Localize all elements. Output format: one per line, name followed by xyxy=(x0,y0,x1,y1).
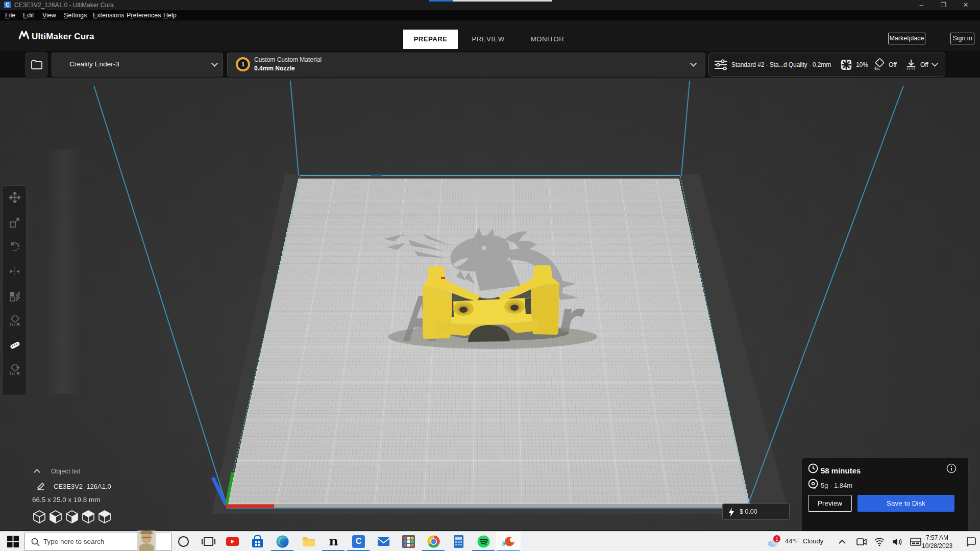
close-button[interactable]: ✕ xyxy=(958,0,973,10)
view-orientation-buttons[interactable] xyxy=(32,510,114,524)
extruder-badge: 1 xyxy=(236,57,250,71)
save-to-disk-button[interactable]: Save to Disk xyxy=(857,495,954,512)
preview-button[interactable]: Preview xyxy=(808,495,852,512)
ultimaker-logo-icon xyxy=(18,30,30,41)
menu-preferences[interactable]: Preferences xyxy=(127,10,161,20)
print-time: 58 minutes xyxy=(821,466,861,475)
menu-extensions[interactable]: Extensions xyxy=(93,10,124,20)
tab-prepare[interactable]: PREPARE xyxy=(403,30,458,49)
object-list-panel: Object list CE3E3V2_126A1.0 66.5 x 25.0 … xyxy=(0,78,214,531)
menu-help[interactable]: Help xyxy=(163,10,177,20)
profile-name: Standard #2 - Sta...d Quality - 0.2mm xyxy=(731,61,831,68)
wifi-icon[interactable] xyxy=(874,537,885,546)
app-name: UltiMaker Cura xyxy=(32,32,94,42)
weather-icon[interactable]: 1 xyxy=(766,535,781,548)
svg-text:1: 1 xyxy=(775,536,778,542)
tray-clock[interactable]: 7:57 AM10/28/2023 xyxy=(922,534,952,550)
search-icon xyxy=(31,538,40,546)
build-volume-edges xyxy=(94,81,903,504)
start-button[interactable] xyxy=(6,535,20,548)
task-view-icon[interactable] xyxy=(202,535,215,548)
infill-value: 10% xyxy=(856,61,868,68)
tray-chevron-icon[interactable] xyxy=(838,539,846,545)
menu-settings[interactable]: Settings xyxy=(64,10,87,20)
clock-icon xyxy=(808,463,818,473)
menu-edit[interactable]: Edit xyxy=(23,10,34,20)
adhesion-icon xyxy=(905,58,917,71)
mail-icon[interactable] xyxy=(377,535,390,548)
background-window-strip2 xyxy=(453,0,552,2)
tab-preview[interactable]: PREVIEW xyxy=(461,30,516,49)
spool-icon xyxy=(808,479,818,489)
volume-icon[interactable] xyxy=(892,537,902,546)
material-selector[interactable]: 1 Custom Custom Material 0.4mm Nozzle xyxy=(227,53,705,77)
chevron-down-icon xyxy=(690,60,697,67)
cura-app-icon[interactable] xyxy=(502,535,516,548)
avatar[interactable] xyxy=(137,531,156,551)
cortana-icon[interactable] xyxy=(177,535,190,548)
search-placeholder: Type here to search xyxy=(43,538,104,545)
cost-value: $ 0.00 xyxy=(740,508,757,515)
notepad-icon[interactable]: n xyxy=(327,535,340,548)
cost-box: $ 0.00 xyxy=(722,504,790,520)
youtube-icon[interactable] xyxy=(226,535,239,548)
search-input[interactable]: Type here to search xyxy=(24,533,172,550)
printer-name: Creality Ender-3 xyxy=(69,60,119,68)
sign-in-button[interactable]: Sign in xyxy=(950,33,974,44)
minimize-button[interactable]: – xyxy=(914,0,929,10)
weather-status[interactable]: 44°F Cloudy xyxy=(785,537,823,545)
folder-icon xyxy=(31,60,42,69)
adhesion-value: Off xyxy=(920,61,928,68)
print-stats-panel: 58 minutes 5g · 1.84m Preview Save to Di… xyxy=(802,458,968,531)
meet-now-icon[interactable] xyxy=(856,537,867,547)
support-icon xyxy=(873,58,886,71)
chrome-icon[interactable] xyxy=(427,535,440,548)
nozzle-size: 0.4mm Nozzle xyxy=(254,65,295,72)
cura-file-icon[interactable]: C xyxy=(352,535,365,548)
tinkercad-icon[interactable] xyxy=(402,535,415,548)
config-bar: Creality Ender-3 1 Custom Custom Materia… xyxy=(0,51,980,78)
printer-selector[interactable]: Creality Ender-3 xyxy=(52,53,223,77)
object-item-name[interactable]: CE3E3V2_126A1.0 xyxy=(54,483,111,490)
infill-icon xyxy=(841,59,852,70)
touch-keyboard-icon[interactable] xyxy=(910,538,921,546)
axes-indicator xyxy=(213,472,274,506)
marketplace-button[interactable]: Marketplace xyxy=(888,33,925,44)
sliders-icon xyxy=(714,59,727,70)
object-dimensions: 66.5 x 25.0 x 19.8 mm xyxy=(32,496,101,504)
restore-button[interactable]: ❐ xyxy=(936,0,951,10)
object-list-label[interactable]: Object list xyxy=(51,467,80,475)
app-icon: C xyxy=(4,2,11,8)
info-icon[interactable] xyxy=(946,463,957,473)
lightning-icon xyxy=(728,507,735,517)
menu-file[interactable]: File xyxy=(5,10,15,20)
action-center-icon[interactable] xyxy=(966,537,976,547)
pencil-icon xyxy=(36,481,46,491)
tab-monitor[interactable]: MONITOR xyxy=(520,30,575,49)
microsoft-store-icon[interactable] xyxy=(251,535,264,548)
material-name: Custom Custom Material xyxy=(254,56,322,63)
edge-icon[interactable] xyxy=(276,535,289,548)
chevron-down-icon xyxy=(932,60,938,67)
open-file-button[interactable] xyxy=(26,53,47,77)
print-settings-selector[interactable]: Standard #2 - Sta...d Quality - 0.2mm 10… xyxy=(708,53,945,77)
window-title: CE3E3V2_126A1.0 - UltiMaker Cura xyxy=(14,2,114,9)
calculator-icon[interactable] xyxy=(452,535,465,548)
viewport-3d[interactable]: Object list CE3E3V2_126A1.0 66.5 x 25.0 … xyxy=(0,78,980,531)
header-bar: UltiMaker Cura PREPARE PREVIEW MONITOR M… xyxy=(0,20,980,51)
collapse-chevron-icon[interactable] xyxy=(34,469,40,475)
title-bar: C CE3E3V2_126A1.0 - UltiMaker Cura – ❐ ✕ xyxy=(0,0,980,10)
chevron-down-icon xyxy=(211,60,218,67)
file-explorer-icon[interactable] xyxy=(302,535,315,548)
windows-taskbar: Type here to search xyxy=(0,531,980,551)
support-value: Off xyxy=(889,61,897,68)
menu-bar: File Edit View Settings Extensions Prefe… xyxy=(0,10,980,20)
spotify-icon[interactable] xyxy=(477,535,491,548)
material-usage: 5g · 1.84m xyxy=(821,482,852,489)
menu-view[interactable]: View xyxy=(42,10,56,20)
background-window-strip xyxy=(429,0,453,2)
